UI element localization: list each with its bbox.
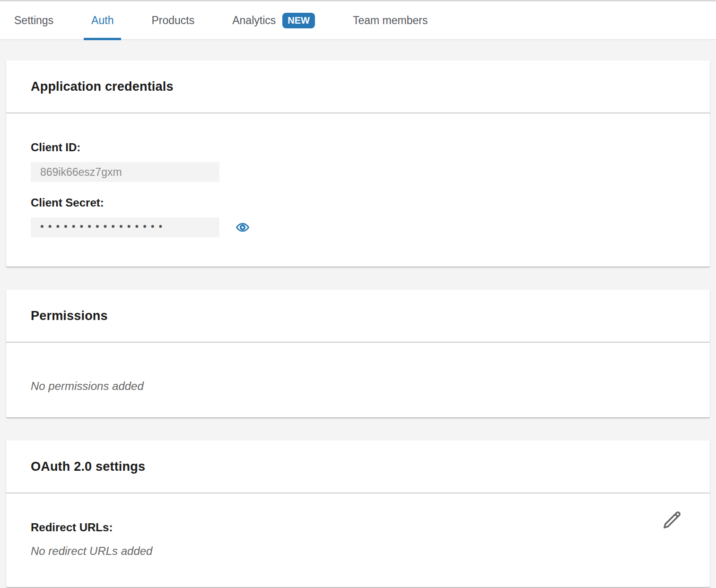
tab-settings-label: Settings bbox=[14, 14, 53, 27]
redirect-urls-label: Redirect URLs: bbox=[31, 521, 685, 534]
permissions-empty-message: No permissions added bbox=[31, 380, 685, 393]
tab-team-members-label: Team members bbox=[353, 14, 428, 27]
page-content: Application credentials Client ID: 869ik… bbox=[0, 40, 716, 587]
permissions-body: No permissions added bbox=[6, 343, 710, 417]
reveal-secret-button[interactable] bbox=[236, 220, 250, 234]
eye-icon bbox=[236, 220, 250, 234]
tab-products-label: Products bbox=[151, 14, 194, 27]
tab-team-members[interactable]: Team members bbox=[345, 1, 435, 39]
permissions-card: Permissions No permissions added bbox=[6, 290, 710, 417]
tab-analytics-label: Analytics bbox=[232, 14, 276, 27]
oauth-settings-header: OAuth 2.0 settings bbox=[6, 441, 710, 493]
new-badge: NEW bbox=[282, 13, 315, 28]
oauth-settings-title: OAuth 2.0 settings bbox=[31, 459, 145, 474]
permissions-title: Permissions bbox=[31, 309, 108, 323]
redirect-urls-empty-message: No redirect URLs added bbox=[31, 545, 685, 558]
application-credentials-card: Application credentials Client ID: 869ik… bbox=[6, 61, 710, 267]
tab-products[interactable]: Products bbox=[144, 1, 202, 39]
pencil-icon bbox=[662, 510, 682, 530]
client-id-field[interactable]: 869ik66esz7gxm bbox=[31, 162, 219, 182]
tab-analytics[interactable]: Analytics NEW bbox=[225, 1, 323, 39]
permissions-header: Permissions bbox=[6, 290, 710, 343]
client-secret-field[interactable]: •••••••••••••••• bbox=[31, 217, 219, 237]
tab-settings[interactable]: Settings bbox=[7, 1, 61, 39]
oauth-settings-card: OAuth 2.0 settings Redirect URLs: No red… bbox=[6, 441, 710, 587]
oauth-settings-body: Redirect URLs: No redirect URLs added bbox=[6, 493, 710, 587]
edit-redirect-urls-button[interactable] bbox=[662, 510, 682, 532]
client-secret-row: •••••••••••••••• bbox=[31, 217, 685, 237]
application-credentials-header: Application credentials bbox=[6, 61, 710, 113]
client-secret-masked-value: •••••••••••••••• bbox=[40, 221, 166, 232]
tab-auth[interactable]: Auth bbox=[84, 1, 121, 39]
tab-bar: Settings Auth Products Analytics NEW Tea… bbox=[0, 0, 716, 40]
client-secret-label: Client Secret: bbox=[31, 196, 685, 209]
client-id-value: 869ik66esz7gxm bbox=[40, 166, 122, 179]
tab-auth-label: Auth bbox=[91, 14, 114, 27]
client-id-label: Client ID: bbox=[31, 141, 685, 154]
application-credentials-body: Client ID: 869ik66esz7gxm Client Secret:… bbox=[6, 113, 710, 267]
application-credentials-title: Application credentials bbox=[31, 79, 174, 94]
